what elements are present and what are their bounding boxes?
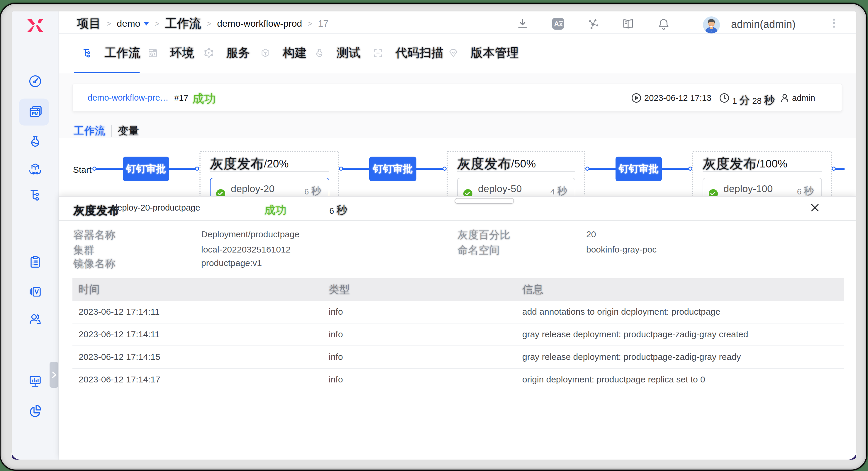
svg-text:A: A: [554, 20, 559, 28]
svg-text:PM: PM: [32, 111, 39, 116]
